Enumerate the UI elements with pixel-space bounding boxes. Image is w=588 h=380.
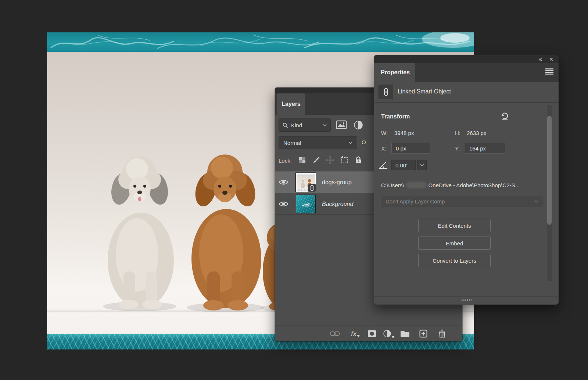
convert-to-layers-label: Convert to Layers bbox=[433, 258, 476, 264]
opacity-label-partial: O bbox=[362, 139, 366, 145]
lock-transparency-icon[interactable] bbox=[298, 156, 306, 164]
layer-comp-value: Don't Apply Layer Comp bbox=[386, 198, 445, 205]
close-panel-icon[interactable]: ✕ bbox=[549, 55, 553, 63]
y-position-value: 164 px bbox=[469, 145, 486, 152]
lock-position-icon[interactable] bbox=[326, 156, 334, 164]
visibility-toggle[interactable] bbox=[275, 171, 292, 193]
y-label: Y: bbox=[455, 145, 460, 152]
scrollbar-thumb[interactable] bbox=[547, 116, 552, 225]
lock-artboard-icon[interactable] bbox=[340, 156, 349, 164]
new-adjustment-layer-icon[interactable] bbox=[383, 330, 395, 338]
filter-adjustment-layer-icon[interactable] bbox=[354, 120, 363, 130]
embed-button[interactable]: Embed bbox=[418, 237, 491, 250]
rotation-angle-dropdown[interactable] bbox=[417, 160, 427, 170]
lock-label: Lock: bbox=[279, 157, 292, 164]
file-path-prefix: C:\Users\ bbox=[381, 182, 404, 188]
fx-label: fx bbox=[351, 330, 356, 337]
tab-layers[interactable]: Layers bbox=[277, 93, 305, 115]
water-texture-top bbox=[47, 32, 474, 52]
rotation-angle-icon bbox=[379, 161, 388, 169]
convert-to-layers-button[interactable]: Convert to Layers bbox=[418, 254, 491, 267]
layer-name: dogs-group bbox=[322, 179, 352, 186]
panel-resize-grip[interactable] bbox=[461, 299, 472, 301]
add-layer-mask-icon[interactable] bbox=[368, 330, 376, 337]
link-layers-icon[interactable] bbox=[330, 331, 340, 337]
height-value: 2633 px bbox=[467, 130, 486, 136]
chevron-down-icon bbox=[534, 200, 538, 203]
edit-contents-button[interactable]: Edit Contents bbox=[418, 219, 491, 232]
x-position-value: 0 px bbox=[396, 145, 406, 152]
object-type-label: Linked Smart Object bbox=[398, 85, 451, 99]
rotation-angle-field[interactable]: 0.00° bbox=[391, 160, 416, 170]
panel-menu-icon[interactable] bbox=[545, 68, 553, 75]
filter-kind-label: Kind bbox=[291, 122, 302, 128]
layer-thumbnail-dogs-group[interactable] bbox=[296, 173, 316, 192]
y-position-field[interactable]: 164 px bbox=[465, 143, 505, 154]
properties-panel: « ✕ Properties Linked Smart Object Trans… bbox=[374, 55, 559, 305]
layer-style-fx-icon[interactable]: fx bbox=[351, 330, 360, 337]
layer-thumbnail-background[interactable] bbox=[296, 195, 316, 213]
linked-smart-object-icon bbox=[379, 85, 393, 99]
chevron-down-icon bbox=[348, 142, 352, 144]
height-label: H: bbox=[455, 130, 460, 136]
new-layer-icon[interactable] bbox=[419, 330, 427, 338]
collapse-panel-icon[interactable]: « bbox=[539, 55, 542, 63]
blend-mode-dropdown[interactable]: Normal bbox=[279, 136, 357, 149]
layer-comp-dropdown[interactable]: Don't Apply Layer Comp bbox=[380, 196, 543, 207]
filter-pixel-layer-icon[interactable] bbox=[336, 120, 347, 129]
lock-all-icon[interactable] bbox=[354, 156, 363, 164]
linked-smart-object-badge-icon bbox=[308, 184, 316, 192]
eye-icon bbox=[279, 179, 288, 185]
chevron-down-icon bbox=[323, 124, 327, 127]
lock-paint-icon[interactable] bbox=[312, 156, 320, 164]
photoshop-workspace: Layers Kind Normal O Lock: bbox=[0, 0, 588, 380]
visibility-toggle[interactable] bbox=[275, 193, 292, 215]
width-value: 3948 px bbox=[394, 130, 414, 136]
embed-label: Embed bbox=[446, 240, 463, 246]
properties-tab-label: Properties bbox=[381, 69, 410, 76]
redacted-username bbox=[406, 182, 427, 188]
linked-file-path: C:\Users\ OneDrive - Adobe\PhotoShop\C2-… bbox=[381, 181, 520, 189]
layers-tab-label: Layers bbox=[282, 101, 301, 107]
panel-bottom-divider bbox=[374, 296, 559, 296]
section-divider bbox=[374, 102, 559, 103]
search-icon bbox=[283, 122, 288, 128]
eye-icon bbox=[279, 201, 288, 207]
x-position-field[interactable]: 0 px bbox=[391, 143, 430, 154]
layer-name: Background bbox=[322, 201, 353, 207]
layers-toolbar: fx bbox=[275, 326, 462, 341]
filter-kind-dropdown[interactable]: Kind bbox=[279, 118, 331, 132]
x-label: X: bbox=[381, 145, 386, 152]
transparency-checker bbox=[297, 174, 315, 175]
properties-tabbar: Properties bbox=[374, 63, 559, 82]
delete-layer-trash-icon[interactable] bbox=[438, 330, 446, 338]
blend-mode-value: Normal bbox=[283, 140, 301, 146]
properties-panel-titlebar[interactable]: « ✕ bbox=[374, 55, 559, 63]
tab-properties[interactable]: Properties bbox=[374, 63, 415, 82]
rotation-angle-value: 0.00° bbox=[395, 162, 408, 168]
width-label: W: bbox=[381, 130, 388, 136]
new-group-folder-icon[interactable] bbox=[400, 330, 410, 337]
chevron-down-icon bbox=[420, 164, 424, 167]
file-path-suffix: OneDrive - Adobe\PhotoShop\C2-S... bbox=[429, 182, 520, 188]
reset-transform-icon[interactable] bbox=[500, 111, 509, 121]
transform-section-title: Transform bbox=[381, 113, 410, 120]
edit-contents-label: Edit Contents bbox=[438, 223, 471, 229]
